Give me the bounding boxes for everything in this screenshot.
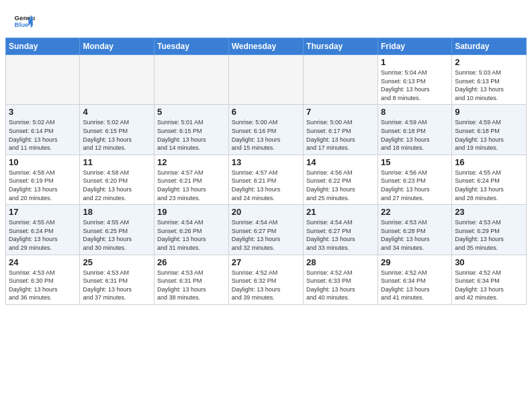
calendar-cell [304, 55, 378, 105]
day-number: 13 [232, 157, 300, 167]
day-number: 4 [83, 107, 151, 117]
logo-icon: General Blue [13, 11, 35, 32]
calendar-week-2: 3Sunrise: 5:02 AM Sunset: 6:14 PM Daylig… [6, 105, 527, 154]
day-number: 27 [232, 257, 300, 267]
day-info: Sunrise: 5:04 AM Sunset: 6:13 PM Dayligh… [381, 68, 449, 102]
calendar-week-4: 17Sunrise: 4:55 AM Sunset: 6:24 PM Dayli… [6, 205, 527, 255]
day-info: Sunrise: 5:01 AM Sunset: 6:15 PM Dayligh… [157, 118, 226, 152]
day-number: 5 [157, 107, 226, 117]
calendar-cell: 3Sunrise: 5:02 AM Sunset: 6:14 PM Daylig… [6, 105, 80, 154]
calendar-cell: 25Sunrise: 4:53 AM Sunset: 6:31 PM Dayli… [80, 255, 154, 304]
calendar-week-5: 24Sunrise: 4:53 AM Sunset: 6:30 PM Dayli… [6, 255, 527, 304]
calendar-cell: 2Sunrise: 5:03 AM Sunset: 6:13 PM Daylig… [452, 55, 527, 105]
calendar-cell [6, 55, 80, 105]
calendar-cell: 24Sunrise: 4:53 AM Sunset: 6:30 PM Dayli… [6, 255, 80, 304]
calendar-cell: 12Sunrise: 4:57 AM Sunset: 6:21 PM Dayli… [154, 154, 229, 204]
day-number: 21 [306, 207, 375, 217]
svg-text:Blue: Blue [15, 21, 29, 28]
day-info: Sunrise: 4:53 AM Sunset: 6:29 PM Dayligh… [455, 218, 523, 252]
calendar-cell: 6Sunrise: 5:00 AM Sunset: 6:16 PM Daylig… [228, 105, 303, 154]
calendar-cell: 9Sunrise: 4:59 AM Sunset: 6:18 PM Daylig… [452, 105, 527, 154]
calendar-cell: 18Sunrise: 4:55 AM Sunset: 6:25 PM Dayli… [80, 205, 154, 255]
day-number: 25 [83, 257, 151, 267]
day-number: 19 [157, 207, 226, 217]
day-number: 7 [306, 107, 375, 117]
day-number: 15 [381, 157, 449, 167]
calendar-cell: 11Sunrise: 4:58 AM Sunset: 6:20 PM Dayli… [80, 154, 154, 204]
day-info: Sunrise: 4:54 AM Sunset: 6:27 PM Dayligh… [306, 218, 375, 252]
weekday-header-wednesday: Wednesday [228, 38, 303, 55]
calendar-container: SundayMondayTuesdayWednesdayThursdayFrid… [0, 38, 532, 310]
day-info: Sunrise: 4:59 AM Sunset: 6:18 PM Dayligh… [455, 118, 523, 152]
weekday-header-tuesday: Tuesday [154, 38, 229, 55]
day-number: 24 [9, 257, 77, 267]
calendar-cell [154, 55, 229, 105]
calendar-cell: 16Sunrise: 4:55 AM Sunset: 6:24 PM Dayli… [452, 154, 527, 204]
day-info: Sunrise: 4:52 AM Sunset: 6:33 PM Dayligh… [306, 269, 375, 302]
day-number: 3 [9, 107, 77, 117]
day-info: Sunrise: 4:59 AM Sunset: 6:18 PM Dayligh… [381, 118, 449, 152]
calendar-cell: 23Sunrise: 4:53 AM Sunset: 6:29 PM Dayli… [452, 205, 527, 255]
calendar-cell: 30Sunrise: 4:52 AM Sunset: 6:34 PM Dayli… [452, 255, 527, 304]
weekday-header-thursday: Thursday [304, 38, 378, 55]
day-info: Sunrise: 4:53 AM Sunset: 6:31 PM Dayligh… [157, 269, 226, 302]
calendar-cell [80, 55, 154, 105]
day-info: Sunrise: 4:52 AM Sunset: 6:32 PM Dayligh… [232, 269, 300, 302]
logo: General Blue [13, 11, 35, 32]
day-number: 14 [306, 157, 375, 167]
day-info: Sunrise: 4:52 AM Sunset: 6:34 PM Dayligh… [381, 269, 449, 302]
calendar-cell: 10Sunrise: 4:58 AM Sunset: 6:19 PM Dayli… [6, 154, 80, 204]
calendar-table: SundayMondayTuesdayWednesdayThursdayFrid… [5, 38, 527, 305]
day-info: Sunrise: 4:53 AM Sunset: 6:31 PM Dayligh… [83, 269, 151, 302]
day-info: Sunrise: 4:57 AM Sunset: 6:21 PM Dayligh… [157, 169, 226, 202]
calendar-cell: 28Sunrise: 4:52 AM Sunset: 6:33 PM Dayli… [304, 255, 378, 304]
day-number: 8 [381, 107, 449, 117]
calendar-cell: 7Sunrise: 5:00 AM Sunset: 6:17 PM Daylig… [304, 105, 378, 154]
day-info: Sunrise: 5:02 AM Sunset: 6:14 PM Dayligh… [9, 118, 77, 152]
weekday-header-sunday: Sunday [6, 38, 80, 55]
day-info: Sunrise: 4:58 AM Sunset: 6:19 PM Dayligh… [9, 169, 77, 202]
day-info: Sunrise: 5:00 AM Sunset: 6:16 PM Dayligh… [232, 118, 300, 152]
weekday-header-row: SundayMondayTuesdayWednesdayThursdayFrid… [6, 38, 527, 55]
calendar-cell: 20Sunrise: 4:54 AM Sunset: 6:27 PM Dayli… [228, 205, 303, 255]
day-info: Sunrise: 4:56 AM Sunset: 6:22 PM Dayligh… [306, 169, 375, 202]
day-number: 6 [232, 107, 300, 117]
day-info: Sunrise: 4:55 AM Sunset: 6:24 PM Dayligh… [9, 218, 77, 252]
day-number: 2 [455, 57, 523, 67]
page-header: General Blue [0, 0, 532, 38]
calendar-week-1: 1Sunrise: 5:04 AM Sunset: 6:13 PM Daylig… [6, 55, 527, 105]
calendar-cell: 13Sunrise: 4:57 AM Sunset: 6:21 PM Dayli… [228, 154, 303, 204]
calendar-cell: 1Sunrise: 5:04 AM Sunset: 6:13 PM Daylig… [378, 55, 451, 105]
day-number: 26 [157, 257, 226, 267]
day-number: 23 [455, 207, 523, 217]
calendar-cell: 26Sunrise: 4:53 AM Sunset: 6:31 PM Dayli… [154, 255, 229, 304]
calendar-cell: 27Sunrise: 4:52 AM Sunset: 6:32 PM Dayli… [228, 255, 303, 304]
day-number: 22 [381, 207, 449, 217]
day-number: 12 [157, 157, 226, 167]
day-info: Sunrise: 5:02 AM Sunset: 6:15 PM Dayligh… [83, 118, 151, 152]
day-info: Sunrise: 4:55 AM Sunset: 6:25 PM Dayligh… [83, 218, 151, 252]
day-number: 30 [455, 257, 523, 267]
day-info: Sunrise: 5:03 AM Sunset: 6:13 PM Dayligh… [455, 68, 523, 102]
calendar-cell: 5Sunrise: 5:01 AM Sunset: 6:15 PM Daylig… [154, 105, 229, 154]
weekday-header-monday: Monday [80, 38, 154, 55]
calendar-cell [228, 55, 303, 105]
calendar-cell: 29Sunrise: 4:52 AM Sunset: 6:34 PM Dayli… [378, 255, 451, 304]
day-info: Sunrise: 4:55 AM Sunset: 6:24 PM Dayligh… [455, 169, 523, 202]
day-info: Sunrise: 4:53 AM Sunset: 6:28 PM Dayligh… [381, 218, 449, 252]
calendar-cell: 17Sunrise: 4:55 AM Sunset: 6:24 PM Dayli… [6, 205, 80, 255]
day-info: Sunrise: 5:00 AM Sunset: 6:17 PM Dayligh… [306, 118, 375, 152]
day-number: 29 [381, 257, 449, 267]
day-info: Sunrise: 4:52 AM Sunset: 6:34 PM Dayligh… [455, 269, 523, 302]
weekday-header-saturday: Saturday [452, 38, 527, 55]
day-info: Sunrise: 4:57 AM Sunset: 6:21 PM Dayligh… [232, 169, 300, 202]
day-number: 11 [83, 157, 151, 167]
calendar-cell: 8Sunrise: 4:59 AM Sunset: 6:18 PM Daylig… [378, 105, 451, 154]
day-number: 16 [455, 157, 523, 167]
calendar-cell: 19Sunrise: 4:54 AM Sunset: 6:26 PM Dayli… [154, 205, 229, 255]
day-number: 20 [232, 207, 300, 217]
weekday-header-friday: Friday [378, 38, 451, 55]
day-number: 18 [83, 207, 151, 217]
day-number: 9 [455, 107, 523, 117]
day-info: Sunrise: 4:53 AM Sunset: 6:30 PM Dayligh… [9, 269, 77, 302]
